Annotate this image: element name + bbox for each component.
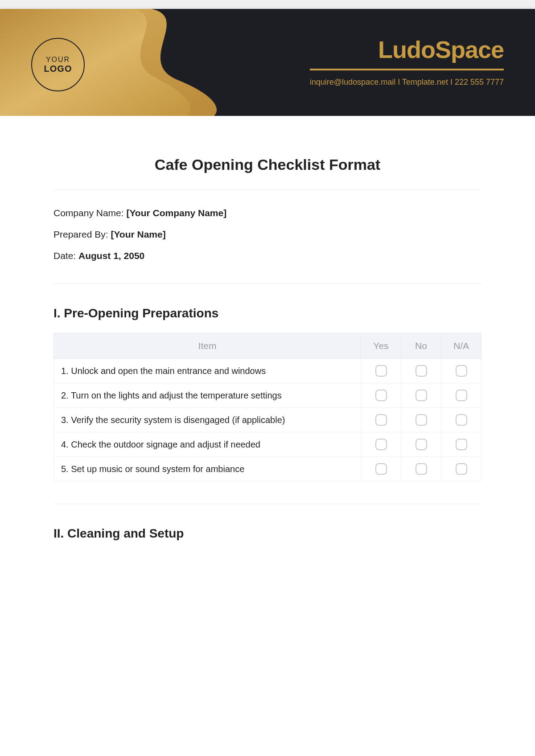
checkbox-no[interactable] (416, 463, 427, 475)
table-row: 3. Verify the security system is disenga… (54, 408, 482, 432)
logo-placeholder: YOUR LOGO (31, 38, 85, 91)
checkbox-na[interactable] (456, 365, 467, 377)
col-yes: Yes (361, 333, 401, 359)
document-page: YOUR LOGO LudoSpace inquire@ludospace.ma… (0, 9, 535, 756)
checkbox-no[interactable] (416, 390, 427, 401)
brand-name: LudoSpace (310, 36, 504, 63)
logo-line1: YOUR (46, 56, 70, 64)
table-row: 2. Turn on the lights and adjust the tem… (54, 383, 482, 408)
item-text: 5. Set up music or sound system for ambi… (54, 457, 361, 481)
item-text: 3. Verify the security system is disenga… (54, 408, 361, 432)
checkbox-no[interactable] (416, 439, 427, 450)
checkbox-na[interactable] (456, 439, 467, 450)
checkbox-yes[interactable] (375, 439, 387, 450)
checklist-table-preopening: Item Yes No N/A 1. Unlock and open the m… (54, 333, 482, 481)
table-row: 4. Check the outdoor signage and adjust … (54, 432, 482, 457)
col-na: N/A (441, 333, 482, 359)
brand-underline (310, 69, 504, 70)
meta-date: Date: August 1, 2050 (54, 251, 482, 261)
table-row: 1. Unlock and open the main entrance and… (54, 359, 482, 383)
meta-value: [Your Name] (111, 229, 165, 239)
checkbox-na[interactable] (456, 463, 467, 475)
checkbox-yes[interactable] (375, 365, 387, 377)
brand-contact: inquire@ludospace.mail I Template.net I … (310, 78, 504, 87)
checkbox-yes[interactable] (375, 414, 387, 426)
meta-value: [Your Company Name] (126, 208, 226, 218)
logo-line2: LOGO (44, 64, 72, 74)
checkbox-no[interactable] (416, 365, 427, 377)
checkbox-na[interactable] (456, 414, 467, 426)
table-header-row: Item Yes No N/A (54, 333, 482, 359)
table-row: 5. Set up music or sound system for ambi… (54, 457, 482, 481)
page-title: Cafe Opening Checklist Format (54, 156, 482, 173)
header-banner: YOUR LOGO LudoSpace inquire@ludospace.ma… (0, 9, 535, 116)
meta-prepared-by: Prepared By: [Your Name] (54, 229, 482, 240)
checkbox-yes[interactable] (375, 463, 387, 475)
col-item: Item (54, 333, 361, 359)
meta-label: Company Name: (54, 208, 126, 218)
col-no: No (401, 333, 441, 359)
section-heading-cleaning: II. Cleaning and Setup (54, 526, 482, 541)
item-text: 4. Check the outdoor signage and adjust … (54, 432, 361, 457)
divider (54, 189, 482, 190)
checkbox-yes[interactable] (375, 390, 387, 401)
item-text: 1. Unlock and open the main entrance and… (54, 359, 361, 383)
brand-block: LudoSpace inquire@ludospace.mail I Templ… (310, 36, 504, 87)
meta-label: Prepared By: (54, 229, 111, 239)
meta-value: August 1, 2050 (78, 251, 144, 261)
meta-company: Company Name: [Your Company Name] (54, 208, 482, 218)
item-text: 2. Turn on the lights and adjust the tem… (54, 383, 361, 408)
checkbox-no[interactable] (416, 414, 427, 426)
divider (54, 284, 482, 284)
meta-label: Date: (54, 251, 78, 261)
section-heading-preopening: I. Pre-Opening Preparations (54, 306, 482, 320)
document-content: Cafe Opening Checklist Format Company Na… (0, 116, 535, 541)
checkbox-na[interactable] (456, 390, 467, 401)
divider (54, 504, 482, 504)
